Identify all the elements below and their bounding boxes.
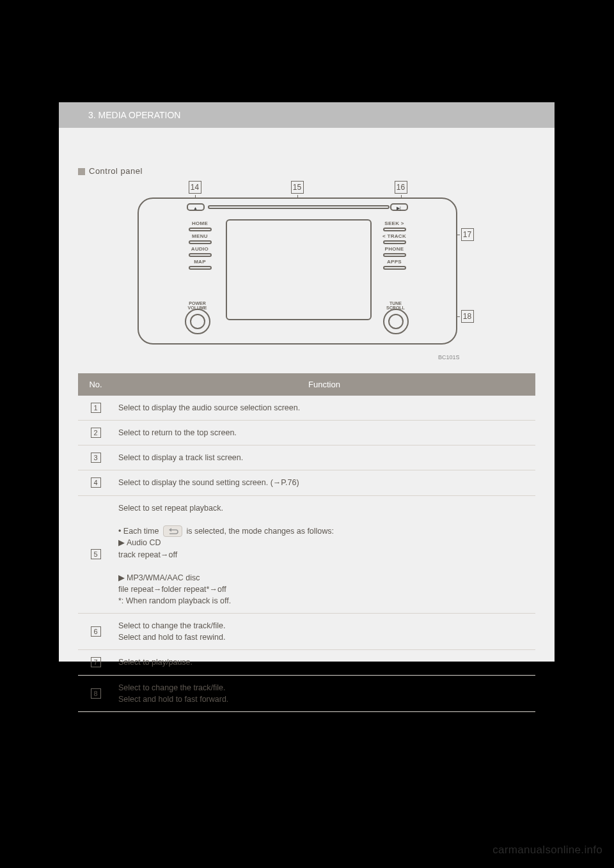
display-screen xyxy=(226,219,372,320)
number-box-icon: 3 xyxy=(91,453,101,463)
number-box-icon: 8 xyxy=(91,688,101,699)
row-function-cell: Select to display a track list screen. xyxy=(113,446,535,470)
callout-18: 18 xyxy=(461,310,474,323)
tune-scroll-knob-icon xyxy=(383,309,409,334)
map-label: MAP xyxy=(194,259,206,265)
row-function-cell: Select to display the sound setting scre… xyxy=(113,470,535,495)
row-function-cell: Select to set repeat playback.• Each tim… xyxy=(113,495,535,614)
table-row: 5Select to set repeat playback.• Each ti… xyxy=(78,495,535,614)
callout-14: 14 xyxy=(189,181,201,194)
panel-title: Control panel xyxy=(78,166,535,176)
callout-15: 15 xyxy=(291,181,304,194)
left-button-column: HOME MENU AUDIO MAP xyxy=(185,221,216,272)
repeat-icon xyxy=(163,525,182,537)
audio-label: AUDIO xyxy=(191,246,209,252)
title-bullet-icon xyxy=(78,168,85,175)
panel-title-text: Control panel xyxy=(89,166,143,176)
home-label: HOME xyxy=(192,221,208,226)
image-code: BC101S xyxy=(438,354,460,360)
table-row: 6Select to change the track/file.Select … xyxy=(78,614,535,650)
table-row: 3Select to display a track list screen. xyxy=(78,446,535,470)
row-number-cell: 4 xyxy=(78,470,113,495)
row-number-cell: 8 xyxy=(78,675,113,711)
watermark: carmanualsonline.info xyxy=(492,844,602,856)
table-row: 1Select to display the audio source sele… xyxy=(78,396,535,421)
row-function-cell: Select to return to the top screen. xyxy=(113,421,535,446)
eject-button-icon: ▲ xyxy=(187,203,205,211)
cd-slot xyxy=(208,205,390,209)
seek-label: SEEK > xyxy=(384,221,404,226)
table-row: 4Select to display the sound setting scr… xyxy=(78,470,535,495)
apps-label: APPS xyxy=(387,259,402,265)
seek-button: SEEK > xyxy=(379,221,410,231)
home-button: HOME xyxy=(185,221,216,231)
audio-button: AUDIO xyxy=(185,246,216,257)
row-number-cell: 7 xyxy=(78,650,113,675)
number-box-icon: 6 xyxy=(91,626,101,637)
page: 3. MEDIA OPERATION Control panel 14 15 1… xyxy=(0,0,614,868)
phone-button: PHONE xyxy=(379,246,410,257)
row-function-cell: Select to change the track/file.Select a… xyxy=(113,614,535,650)
table-head-row: No. Function xyxy=(78,373,535,396)
map-button: MAP xyxy=(185,259,216,270)
row-number-cell: 5 xyxy=(78,495,113,614)
row-number-cell: 2 xyxy=(78,421,113,446)
table-body: 1Select to display the audio source sele… xyxy=(78,396,535,711)
number-box-icon: 4 xyxy=(91,477,101,488)
callout-16: 16 xyxy=(395,181,407,194)
function-table: No. Function 1Select to display the audi… xyxy=(78,373,535,712)
row-function-cell: Select to play/pause. xyxy=(113,650,535,675)
head-unit-illustration: 14 15 16 17 18 ▲ ▶| HOME MENU AUDIO MA xyxy=(138,182,476,364)
row-function-cell: Select to display the audio source selec… xyxy=(113,396,535,421)
number-box-icon: 1 xyxy=(91,403,101,413)
skip-button-icon: ▶| xyxy=(390,203,408,211)
section-header: 3. MEDIA OPERATION xyxy=(59,102,555,128)
menu-label: MENU xyxy=(192,233,208,239)
phone-label: PHONE xyxy=(385,246,404,252)
col-header-no: No. xyxy=(78,373,113,396)
row-function-cell: Select to change the track/file.Select a… xyxy=(113,675,535,711)
track-label: < TRACK xyxy=(382,233,406,239)
power-volume-knob-icon xyxy=(185,309,210,334)
menu-button: MENU xyxy=(185,233,216,244)
row-number-cell: 1 xyxy=(78,396,113,421)
number-box-icon: 5 xyxy=(91,549,101,559)
head-unit-bezel: ▲ ▶| HOME MENU AUDIO MAP SEEK > < TRACK … xyxy=(138,198,457,345)
row-number-cell: 6 xyxy=(78,614,113,650)
track-button: < TRACK xyxy=(379,233,410,244)
number-box-icon: 2 xyxy=(91,428,101,438)
table-row: 8Select to change the track/file.Select … xyxy=(78,675,535,711)
col-header-function: Function xyxy=(113,373,535,396)
table-row: 7Select to play/pause. xyxy=(78,650,535,675)
callout-17: 17 xyxy=(461,228,474,241)
table-row: 2Select to return to the top screen. xyxy=(78,421,535,446)
row-number-cell: 3 xyxy=(78,446,113,470)
apps-button: APPS xyxy=(379,259,410,270)
right-button-column: SEEK > < TRACK PHONE APPS xyxy=(379,221,410,272)
number-box-icon: 7 xyxy=(91,657,101,667)
body-area: Control panel 14 15 16 17 18 ▲ ▶| HOME xyxy=(59,128,555,662)
